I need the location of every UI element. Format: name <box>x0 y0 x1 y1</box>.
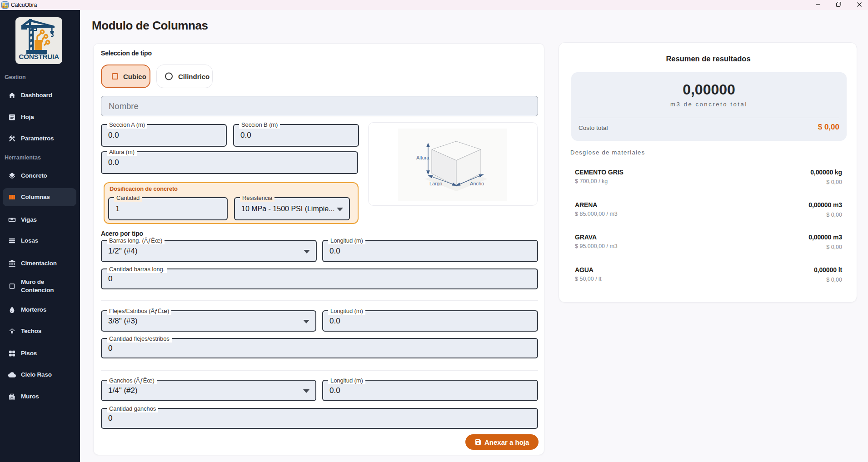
svg-text:CONSTRUIA: CONSTRUIA <box>19 53 59 60</box>
svg-text:Altura: Altura <box>416 155 430 160</box>
svg-text:Largo: Largo <box>429 181 442 186</box>
svg-text:Ancho: Ancho <box>470 181 484 186</box>
